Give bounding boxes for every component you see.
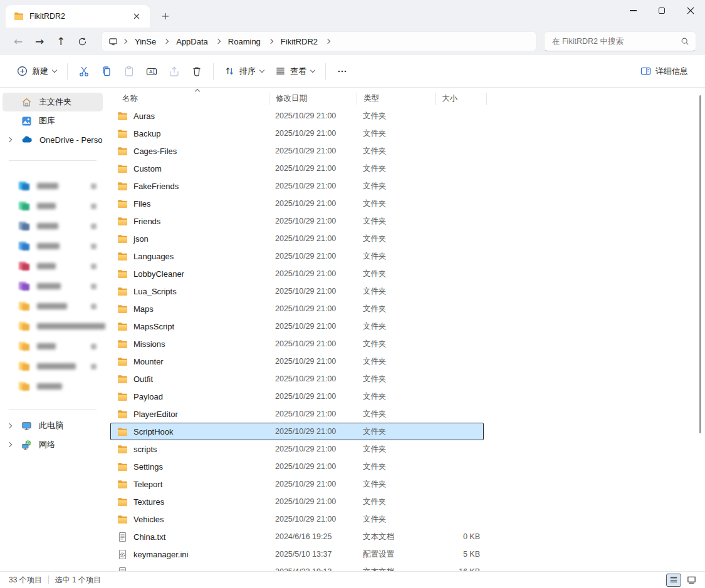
more-options-button[interactable] xyxy=(331,60,353,83)
search-box[interactable] xyxy=(544,31,696,51)
file-row[interactable]: PlayerEditor 2025/10/29 21:00 文件夹 xyxy=(110,405,484,423)
sidebar-item-onedrive[interactable]: OneDrive - Perso xyxy=(3,130,103,149)
sidebar-item-label: 网络 xyxy=(39,439,55,450)
sidebar-pinned-item[interactable] xyxy=(0,196,105,216)
details-pane-button[interactable]: 详细信息 xyxy=(635,61,694,81)
maximize-button[interactable] xyxy=(647,0,676,21)
file-row[interactable]: Missions 2025/10/29 21:00 文件夹 xyxy=(110,335,484,353)
file-row[interactable]: Payload 2025/10/29 21:00 文件夹 xyxy=(110,388,484,405)
pinned-label-redacted xyxy=(37,223,58,229)
back-button[interactable]: ← xyxy=(8,31,29,51)
share-button[interactable] xyxy=(163,60,185,83)
file-row[interactable]: Vehicles 2025/10/29 21:00 文件夹 xyxy=(110,510,484,528)
file-type: 文件夹 xyxy=(357,444,435,455)
file-size: 16 KB xyxy=(435,567,480,571)
sidebar-pinned-item[interactable] xyxy=(0,176,105,196)
paste-button[interactable] xyxy=(118,60,140,83)
file-row[interactable]: keymanager.ini 2025/5/10 13:37 配置设置 5 KB xyxy=(110,545,484,563)
sidebar-pinned-item[interactable] xyxy=(0,256,105,276)
sidebar-item-gallery[interactable]: 图库 xyxy=(3,111,103,130)
file-row[interactable]: Friends 2025/10/29 21:00 文件夹 xyxy=(110,212,484,230)
file-row[interactable]: Custom 2025/10/29 21:00 文件夹 xyxy=(110,160,484,177)
chevron-down-icon xyxy=(259,68,264,73)
column-header-name[interactable]: 名称 xyxy=(110,93,269,105)
file-date: 2024/6/16 19:25 xyxy=(269,532,357,541)
column-header-date[interactable]: 修改日期 xyxy=(269,93,357,105)
file-row[interactable]: 2025/4/23 19:13 文本文档 16 KB xyxy=(110,563,484,571)
file-date: 2025/10/29 21:00 xyxy=(269,462,357,471)
breadcrumb-item[interactable]: FikitRDR2 xyxy=(276,34,322,49)
file-row[interactable]: Auras 2025/10/29 21:00 文件夹 xyxy=(110,107,484,125)
chevron-right-icon[interactable] xyxy=(7,442,12,447)
file-name-cell: Languages xyxy=(111,251,269,262)
details-view-button[interactable] xyxy=(666,574,681,587)
search-input[interactable] xyxy=(552,37,681,46)
delete-button[interactable] xyxy=(185,60,208,83)
column-header-size[interactable]: 大小 xyxy=(436,93,487,105)
refresh-button[interactable] xyxy=(71,31,93,51)
sidebar-pinned-item[interactable] xyxy=(0,356,105,376)
file-row[interactable]: scripts 2025/10/29 21:00 文件夹 xyxy=(110,440,484,458)
sidebar-item-network[interactable]: 网络 xyxy=(3,435,103,454)
file-type: 文件夹 xyxy=(357,374,435,384)
sidebar-pinned-item[interactable] xyxy=(0,216,105,236)
ellipsis-icon xyxy=(337,66,348,77)
column-header-type[interactable]: 类型 xyxy=(357,93,436,105)
chevron-right-icon[interactable] xyxy=(7,137,12,142)
file-size: 5 KB xyxy=(435,550,480,559)
vertical-scrollbar[interactable] xyxy=(699,95,701,433)
file-row[interactable]: Languages 2025/10/29 21:00 文件夹 xyxy=(110,247,484,265)
file-row[interactable]: Outfit 2025/10/29 21:00 文件夹 xyxy=(110,370,484,388)
new-button[interactable]: 新建 xyxy=(11,61,62,81)
file-type-icon xyxy=(117,374,128,384)
sidebar-pinned-item[interactable] xyxy=(0,236,105,256)
file-type-icon xyxy=(117,532,128,542)
sidebar-pinned-item[interactable] xyxy=(0,276,105,296)
file-row[interactable]: MapsScript 2025/10/29 21:00 文件夹 xyxy=(110,317,484,335)
sort-button[interactable]: 排序 xyxy=(219,61,269,81)
copy-button[interactable] xyxy=(95,60,118,83)
file-row[interactable]: json 2025/10/29 21:00 文件夹 xyxy=(110,230,484,247)
large-icons-view-button[interactable] xyxy=(684,574,699,587)
navigation-pane: 主文件夹 图库 OneDrive - Perso 此电脑 网络 xyxy=(0,88,105,571)
cut-button[interactable] xyxy=(73,60,95,83)
minimize-button[interactable] xyxy=(619,0,647,21)
pinned-label-redacted xyxy=(37,383,62,389)
file-row[interactable]: Mounter 2025/10/29 21:00 文件夹 xyxy=(110,353,484,370)
explorer-tab[interactable]: FikitRDR2 xyxy=(6,5,150,28)
file-row[interactable]: Backup 2025/10/29 21:00 文件夹 xyxy=(110,125,484,142)
file-row[interactable]: Textures 2025/10/29 21:00 文件夹 xyxy=(110,493,484,510)
sidebar-pinned-item[interactable] xyxy=(0,316,105,336)
file-type-icon xyxy=(117,514,128,525)
file-row[interactable]: FakeFriends 2025/10/29 21:00 文件夹 xyxy=(110,177,484,195)
file-row[interactable]: Settings 2025/10/29 21:00 文件夹 xyxy=(110,458,484,475)
breadcrumb[interactable]: YinSeAppDataRoamingFikitRDR2 xyxy=(102,31,536,51)
view-button[interactable]: 查看 xyxy=(269,61,320,81)
file-row[interactable]: Maps 2025/10/29 21:00 文件夹 xyxy=(110,300,484,317)
tab-close-icon[interactable] xyxy=(130,9,144,23)
file-row[interactable]: Lua_Scripts 2025/10/29 21:00 文件夹 xyxy=(110,282,484,300)
sidebar-pinned-item[interactable] xyxy=(0,376,105,396)
sidebar-pinned-item[interactable] xyxy=(0,336,105,356)
file-type: 文件夹 xyxy=(357,286,435,297)
breadcrumb-item[interactable]: Roaming xyxy=(224,34,265,49)
chevron-right-icon[interactable] xyxy=(7,423,12,428)
breadcrumb-item[interactable]: AppData xyxy=(172,34,212,49)
file-type-icon xyxy=(117,111,128,121)
forward-button[interactable]: → xyxy=(29,31,50,51)
pinned-folder-icon xyxy=(19,240,30,252)
file-row[interactable]: LobbyCleaner 2025/10/29 21:00 文件夹 xyxy=(110,265,484,282)
sidebar-pinned-item[interactable] xyxy=(0,296,105,316)
breadcrumb-item[interactable]: YinSe xyxy=(130,34,160,49)
sidebar-item-this-pc[interactable]: 此电脑 xyxy=(3,416,103,435)
file-row[interactable]: ScriptHook 2025/10/29 21:00 文件夹 xyxy=(110,423,484,440)
file-row[interactable]: China.txt 2024/6/16 19:25 文本文档 0 KB xyxy=(110,528,484,545)
file-row[interactable]: Files 2025/10/29 21:00 文件夹 xyxy=(110,195,484,212)
file-row[interactable]: Cages-Files 2025/10/29 21:00 文件夹 xyxy=(110,142,484,160)
close-button[interactable] xyxy=(676,0,705,21)
up-button[interactable]: ↑ xyxy=(50,31,71,51)
file-row[interactable]: Teleport 2025/10/29 21:00 文件夹 xyxy=(110,475,484,493)
rename-button[interactable]: A xyxy=(140,60,163,83)
new-tab-button[interactable] xyxy=(157,8,174,24)
sidebar-item-home[interactable]: 主文件夹 xyxy=(3,93,103,111)
